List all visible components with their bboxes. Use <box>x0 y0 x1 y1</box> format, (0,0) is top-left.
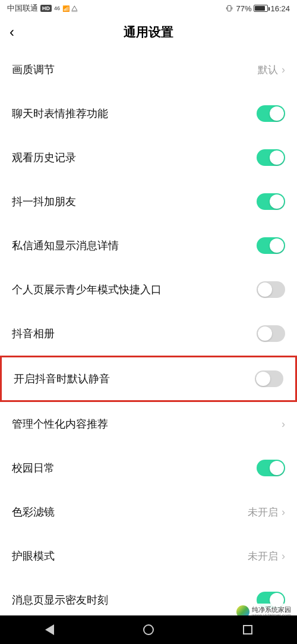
row-color-filter[interactable]: 色彩滤镜 未开启 › <box>0 490 297 534</box>
page-title: 通用设置 <box>124 24 173 40</box>
row-label: 消息页显示密友时刻 <box>12 593 108 607</box>
signal-icon: 📶 <box>62 5 69 12</box>
row-label: 画质调节 <box>12 62 55 77</box>
row-label: 个人页展示青少年模式快捷入口 <box>12 282 162 297</box>
row-label: 开启抖音时默认静音 <box>14 372 110 386</box>
row-campus: 校园日常 <box>0 446 297 490</box>
row-label: 观看历史记录 <box>12 150 76 165</box>
status-right: 77% 16:24 <box>225 4 290 13</box>
carrier-label: 中国联通 <box>7 3 38 14</box>
toggle-default-mute[interactable] <box>255 370 283 387</box>
row-value: 未开启 <box>248 505 278 519</box>
row-album: 抖音相册 <box>0 312 297 356</box>
row-right: 未开启 › <box>248 549 285 563</box>
toggle-shake-friend[interactable] <box>257 193 285 210</box>
row-label: 校园日常 <box>12 461 55 475</box>
row-label: 色彩滤镜 <box>12 505 55 519</box>
vibrate-icon <box>225 4 233 12</box>
row-personalized[interactable]: 管理个性化内容推荐 › <box>0 402 297 446</box>
row-quality[interactable]: 画质调节 默认 › <box>0 48 297 92</box>
row-label: 聊天时表情推荐功能 <box>12 106 108 121</box>
row-emoji-recommend: 聊天时表情推荐功能 <box>0 92 297 136</box>
row-label: 护眼模式 <box>12 549 55 563</box>
toggle-teen-entry[interactable] <box>257 281 285 298</box>
row-value: 默认 <box>258 63 278 77</box>
row-label: 抖一抖加朋友 <box>12 194 76 209</box>
row-label: 管理个性化内容推荐 <box>12 417 108 431</box>
row-right: › <box>282 418 285 431</box>
row-label: 抖音相册 <box>12 326 55 341</box>
network-type: 46 <box>54 5 60 11</box>
row-label: 私信通知显示消息详情 <box>12 238 119 253</box>
hd-badge: HD <box>40 5 52 12</box>
watermark-title: 纯净系统家园 <box>252 606 291 613</box>
status-left: 中国联通 HD 46 📶 ⧋ <box>7 3 78 14</box>
svg-rect-0 <box>228 5 232 11</box>
nav-home-button[interactable] <box>140 621 157 638</box>
row-watch-history: 观看历史记录 <box>0 136 297 180</box>
toggle-album[interactable] <box>257 325 285 342</box>
header: ‹ 通用设置 <box>0 17 297 48</box>
settings-list: 画质调节 默认 › 聊天时表情推荐功能 观看历史记录 抖一抖加朋友 私信通知显示… <box>0 48 297 622</box>
row-default-mute: 开启抖音时默认静音 <box>0 356 297 402</box>
row-shake-friend: 抖一抖加朋友 <box>0 180 297 224</box>
clock: 16:24 <box>270 4 290 13</box>
wifi-icon: ⧋ <box>71 4 78 12</box>
toggle-watch-history[interactable] <box>257 149 285 166</box>
row-dm-detail: 私信通知显示消息详情 <box>0 224 297 268</box>
battery-icon <box>254 5 268 12</box>
chevron-right-icon: › <box>282 64 285 76</box>
chevron-right-icon: › <box>282 550 285 563</box>
row-right: 默认 › <box>258 63 285 77</box>
back-button[interactable]: ‹ <box>10 24 14 40</box>
nav-back-button[interactable] <box>41 621 58 638</box>
row-eye-care[interactable]: 护眼模式 未开启 › <box>0 534 297 578</box>
battery-percent: 77% <box>236 4 251 13</box>
row-value: 未开启 <box>248 549 278 563</box>
system-nav-bar <box>0 615 297 644</box>
toggle-campus[interactable] <box>257 460 285 476</box>
nav-recent-button[interactable] <box>239 621 256 638</box>
row-teen-entry: 个人页展示青少年模式快捷入口 <box>0 268 297 312</box>
status-bar: 中国联通 HD 46 📶 ⧋ 77% 16:24 <box>0 0 297 17</box>
chevron-right-icon: › <box>282 418 285 431</box>
toggle-dm-detail[interactable] <box>257 237 285 254</box>
row-right: 未开启 › <box>248 505 285 519</box>
toggle-emoji-recommend[interactable] <box>257 105 285 122</box>
chevron-right-icon: › <box>282 506 285 519</box>
